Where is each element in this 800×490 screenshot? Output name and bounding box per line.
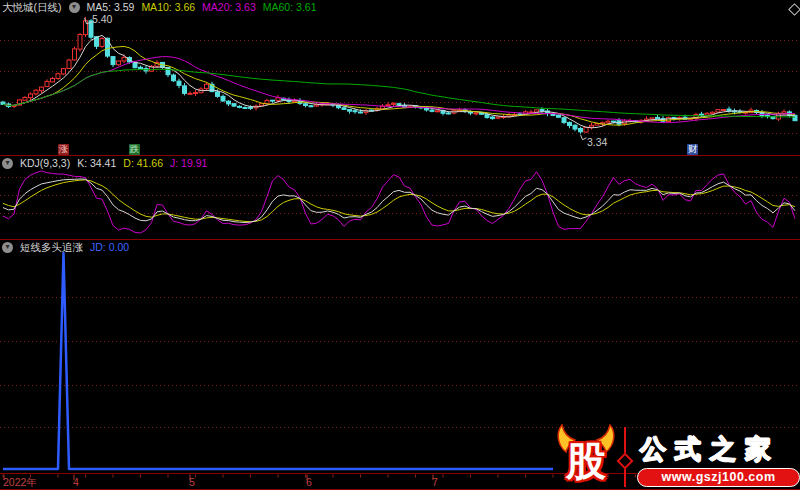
price-panel-header: 大悦城(日线) ▾ MA5: 3.59 MA10: 3.66 MA20: 3.6… [2,1,316,13]
jd-indicator [3,253,553,469]
watermark-fall-badge: 跌 [129,144,140,155]
logo-stock-character: 股 [566,439,606,483]
ma60-label: MA60: 3.61 [263,1,317,13]
jd-indicator-name: 短线多头追涨 [20,241,83,253]
axis-tick-month: 4 [73,476,79,488]
stock-title: 大悦城(日线) [2,1,62,13]
jd-value: JD: 0.00 [90,241,129,253]
kdj-k-value: K: 34.41 [77,157,116,169]
watermark-wealth-badge: 财 [687,144,698,155]
kdj-j-value: J: 19.91 [170,157,207,169]
site-logo: 股 公式之家 www.gszj100.com [553,424,800,490]
candlesticks [1,17,797,134]
watermark-rise-badge: 涨 [58,144,69,155]
ma10-label: MA10: 3.66 [141,1,195,13]
chevron-down-icon[interactable]: ▾ [2,158,13,169]
axis-tick-month: 7 [432,476,438,488]
chevron-down-icon[interactable]: ▾ [69,2,80,13]
price-extreme-arrows [85,18,587,140]
kdj-lines [3,171,795,233]
chevron-down-icon[interactable]: ▾ [2,242,13,253]
axis-tick-year: 2022年 [3,476,37,490]
kdj-d-value: D: 41.66 [123,157,163,169]
axis-tick-month: 5 [189,476,195,488]
jd-spike-line [3,253,553,469]
ma20-label: MA20: 3.63 [202,1,256,13]
gridlines [0,41,800,428]
site-name: 公式之家 [640,435,780,463]
jd-panel-header: ▾ 短线多头追涨 JD: 0.00 [2,241,129,253]
axis-tick-month: 6 [306,476,312,488]
diamond-divider-icon [617,453,634,470]
bull-head-icon: 股 [555,424,617,488]
low-price-label: 3.34 [587,136,607,148]
kdj-indicator-name: KDJ(9,3,3) [20,157,70,169]
ma-lines [3,35,795,127]
ma5-label: MA5: 3.59 [87,1,135,13]
kdj-panel-header: ▾ KDJ(9,3,3) K: 34.41 D: 41.66 J: 19.91 [2,157,207,169]
stock-chart-window: { "header": { "title": "大悦城(日线)", "ma_la… [0,0,800,490]
high-price-label: 5.40 [92,13,112,25]
site-url: www.gszj100.com [637,468,800,487]
